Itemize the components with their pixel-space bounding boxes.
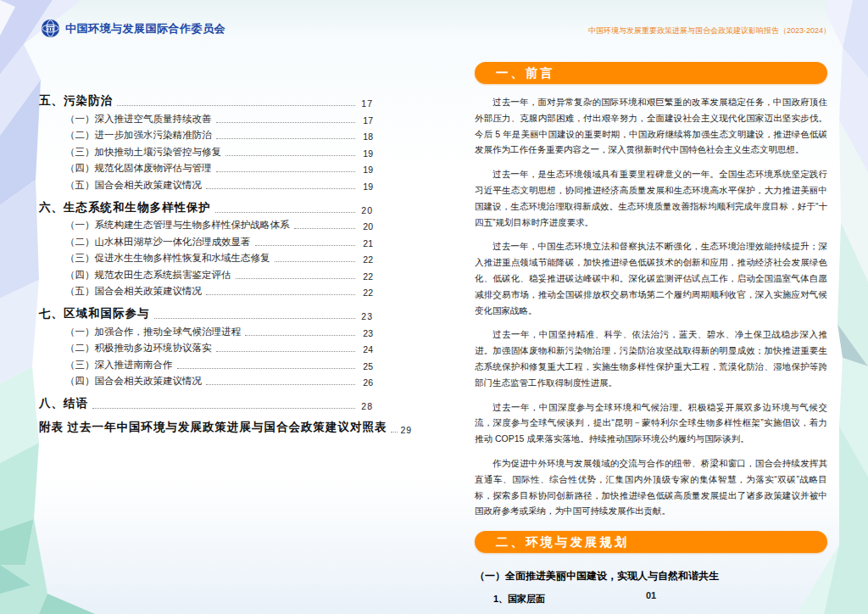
toc-entry-label: （三）促进水生生物多样性恢复和水域生态修复	[65, 252, 270, 265]
toc-entry-label: （四）规范化固体废物评估与管理	[65, 162, 212, 175]
toc-entry-label: （三）深入推进南南合作	[65, 359, 173, 371]
toc-entry-label: （二）进一步加强水污染精准防治	[65, 129, 212, 142]
foreword-paragraph: 作为促进中外环境与发展领域的交流与合作的纽带、桥梁和窗口，国合会持续发挥其直通车…	[475, 455, 827, 519]
toc-dot-leader	[225, 155, 355, 156]
toc-entry-page: 25	[358, 361, 373, 371]
table-of-contents: 五、污染防治17 （一）深入推进空气质量持续改善17 （二）进一步加强水污染精准…	[39, 90, 373, 435]
toc-entry-label: （五）国合会相关政策建议情况	[65, 179, 202, 192]
toc-entry[interactable]: （二）积极推动多边环境协议落实24	[39, 338, 373, 355]
toc-entry-page: 20	[358, 205, 373, 215]
section-banner-foreword: 一、前言	[475, 62, 827, 84]
toc-dot-leader	[117, 105, 355, 106]
toc-entry-label: （五）国合会相关政策建议情况	[65, 285, 202, 298]
toc-dot-leader	[206, 188, 355, 189]
toc-entry[interactable]: （三）深入推进南南合作25	[39, 354, 373, 371]
toc-entry-label: （一）加强合作，推动全球气候治理进程	[65, 326, 241, 338]
toc-entry-page: 28	[358, 401, 373, 411]
toc-entry-label: （二）山水林田湖草沙一体化治理成效显著	[65, 236, 251, 248]
toc-entry-page: 17	[358, 98, 373, 109]
organization-name: 中国环境与发展国际合作委员会	[65, 21, 225, 36]
toc-entry[interactable]: （一）深入推进空气质量持续改善17	[39, 109, 373, 126]
toc-dot-leader	[245, 335, 355, 336]
page-header: 中国环境与发展国际合作委员会 中国环境与发展重要政策进展与国合会政策建议影响报告…	[41, 19, 831, 38]
toc-dot-leader	[255, 245, 356, 246]
toc-entry-page: 23	[358, 311, 373, 321]
toc-dot-leader	[275, 261, 356, 262]
toc-entry-label: （二）积极推动多边环境协议落实	[65, 342, 212, 354]
toc-entry-page: 21	[358, 238, 373, 248]
toc-entry-page: 18	[358, 131, 373, 142]
report-page: 中国环境与发展国际合作委员会 中国环境与发展重要政策进展与国合会政策建议影响报告…	[0, 0, 868, 614]
toc-entry-label: 五、污染防治	[39, 93, 113, 109]
toc-entry-page: 19	[358, 148, 373, 159]
organization-branding: 中国环境与发展国际合作委员会	[41, 19, 225, 38]
toc-dot-leader	[216, 171, 356, 172]
toc-entry-label: （一）系统构建生态管理与生物多样性保护战略体系	[65, 219, 290, 232]
toc-entry[interactable]: 六、生态系统和生物多样性保护20	[39, 197, 373, 215]
toc-entry-label: （三）加快推动土壤污染管控与修复	[65, 146, 221, 159]
toc-dot-leader	[294, 228, 356, 229]
toc-entry[interactable]: （四）国合会相关政策建议情况26	[39, 371, 373, 388]
cciced-logo-icon	[41, 19, 60, 38]
section-banner-planning: 二、环境与发展规划	[475, 531, 827, 553]
toc-entry-page: 26	[358, 377, 373, 388]
toc-dot-leader	[216, 122, 356, 123]
toc-dot-leader	[206, 384, 355, 385]
toc-entry[interactable]: （一）加强合作，推动全球气候治理进程23	[39, 321, 373, 338]
page-number: 01	[475, 590, 827, 600]
toc-dot-leader	[215, 212, 355, 213]
toc-entry-label: （一）深入推进空气质量持续改善	[65, 113, 212, 126]
report-content: 一、前言 过去一年，面对异常复杂的国际环境和艰巨繁重的改革发展稳定任务，中国政府…	[475, 62, 827, 614]
toc-entry-page: 23	[358, 328, 373, 338]
toc-dot-leader	[236, 278, 356, 279]
toc-entry[interactable]: （五）国合会相关政策建议情况22	[39, 282, 373, 299]
toc-dot-leader	[206, 294, 355, 295]
foreword-paragraph: 过去一年，中国深度参与全球环境和气候治理。积极稳妥开展双多边环境与气候交流，深度…	[475, 399, 827, 447]
toc-entry[interactable]: 八、结语28	[39, 393, 373, 411]
subsection-heading: （一）全面推进美丽中国建设，实现人与自然和谐共生	[475, 569, 827, 583]
toc-entry-label: （四）国合会相关政策建议情况	[65, 375, 202, 388]
foreword-paragraph: 过去一年，中国生态环境立法和督察执法不断强化，生态环境治理效能持续提升；深入推进…	[475, 238, 827, 318]
toc-dot-leader	[92, 408, 355, 409]
toc-entry[interactable]: （二）进一步加强水污染精准防治18	[39, 126, 373, 142]
toc-entry[interactable]: （三）促进水生生物多样性恢复和水域生态修复22	[39, 248, 373, 265]
toc-entry-page: 22	[358, 271, 373, 282]
running-head-report-title: 中国环境与发展重要政策进展与国合会政策建议影响报告（2023-2024）	[588, 25, 831, 36]
toc-entry[interactable]: （一）系统构建生态管理与生物多样性保护战略体系20	[39, 215, 373, 232]
toc-entry-page: 19	[358, 165, 373, 175]
toc-entry[interactable]: 附表 过去一年中国环境与发展政策进展与国合会政策建议对照表29	[39, 416, 373, 435]
toc-entry-label: （四）规范农田生态系统损害鉴定评估	[65, 269, 231, 282]
toc-entry-page: 24	[358, 344, 373, 354]
toc-entry-page: 29	[400, 425, 412, 435]
toc-dot-leader	[216, 138, 356, 139]
foreword-paragraph: 过去一年，是生态环境领域具有重要里程碑意义的一年。全国生态环境系统坚定践行习近平…	[475, 166, 827, 230]
toc-entry-page: 20	[358, 221, 373, 232]
toc-entry-page: 17	[358, 115, 373, 126]
toc-entry-label: 附表 过去一年中国环境与发展政策进展与国合会政策建议对照表	[39, 420, 387, 435]
toc-entry[interactable]: 七、区域和国际参与23	[39, 303, 373, 321]
toc-entry[interactable]: （二）山水林田湖草沙一体化治理成效显著21	[39, 232, 373, 248]
toc-entry[interactable]: 五、污染防治17	[39, 90, 373, 109]
toc-entry[interactable]: （五）国合会相关政策建议情况19	[39, 175, 373, 192]
toc-entry-label: 七、区域和国际参与	[39, 306, 150, 321]
toc-entry[interactable]: （四）规范化固体废物评估与管理19	[39, 159, 373, 176]
toc-entry-page: 22	[358, 254, 373, 265]
foreword-paragraph: 过去一年，中国坚持精准、科学、依法治污，蓝天、碧水、净土保卫战稳步深入推进。加强…	[475, 327, 827, 390]
foreword-paragraph: 过去一年，面对异常复杂的国际环境和艰巨繁重的改革发展稳定任务，中国政府顶住外部压…	[475, 94, 827, 158]
toc-entry-page: 22	[358, 287, 373, 298]
toc-dot-leader	[177, 368, 356, 369]
toc-dot-leader	[216, 351, 356, 352]
toc-entry-label: 六、生态系统和生物多样性保护	[39, 200, 211, 215]
toc-entry-label: 八、结语	[39, 396, 88, 411]
toc-entry[interactable]: （四）规范农田生态系统损害鉴定评估22	[39, 265, 373, 282]
toc-entry-page: 19	[358, 181, 373, 192]
toc-entry[interactable]: （三）加快推动土壤污染管控与修复19	[39, 142, 373, 159]
toc-dot-leader	[154, 318, 356, 319]
toc-dot-leader	[391, 432, 398, 433]
